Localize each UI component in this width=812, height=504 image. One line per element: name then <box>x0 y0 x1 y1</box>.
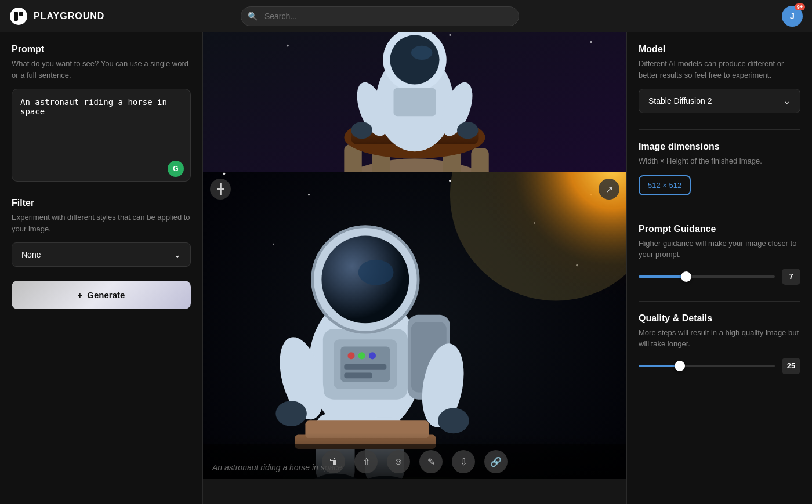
divider-2 <box>639 212 800 212</box>
svg-point-10 <box>590 41 592 43</box>
center-content: ╋ ↗ An astronaut riding a horse in space… <box>203 32 626 504</box>
svg-point-26 <box>457 122 478 139</box>
filter-description: Experiment with different styles that ca… <box>12 212 191 234</box>
svg-rect-51 <box>344 364 386 370</box>
quality-title: Quality & Details <box>639 313 800 324</box>
expand-icon: ↗ <box>606 184 613 195</box>
download-button[interactable]: ⇩ <box>452 450 475 473</box>
quality-description: More steps will result in a high quality… <box>639 327 800 350</box>
svg-point-6 <box>287 45 289 47</box>
emoji-button[interactable]: ☺ <box>387 450 410 473</box>
guidance-slider-wrap <box>639 271 775 282</box>
svg-point-0 <box>10 8 27 25</box>
left-panel: Prompt What do you want to see? You can … <box>0 32 203 504</box>
filter-selected-value: None <box>21 250 41 259</box>
expand-button[interactable]: ↗ <box>599 179 619 200</box>
upload-button[interactable]: ⇧ <box>354 450 378 473</box>
main-image: ╋ ↗ An astronaut riding a horse in space… <box>203 172 626 479</box>
quality-slider-thumb[interactable] <box>675 361 685 371</box>
svg-point-48 <box>347 352 354 359</box>
quality-value: 25 <box>782 358 800 374</box>
model-title: Model <box>639 44 800 55</box>
guidance-section: Prompt Guidance Higher guidance will mak… <box>639 224 800 285</box>
main-layout: Prompt What do you want to see? You can … <box>0 32 812 504</box>
svg-point-62 <box>438 408 469 433</box>
dimensions-description: Width × Height of the finished image. <box>639 155 800 167</box>
svg-point-20 <box>390 35 439 84</box>
svg-rect-22 <box>394 88 436 117</box>
prompt-box: An astronaut riding a horse in space G <box>12 89 191 184</box>
image-toolbar: 🗑 ⇧ ☺ ✎ ⇩ 🔗 <box>203 444 626 479</box>
generate-label: Generate <box>87 290 125 300</box>
guidance-slider-fill <box>639 275 686 278</box>
svg-point-61 <box>276 401 307 426</box>
svg-point-50 <box>369 352 376 359</box>
filter-section: Filter Experiment with different styles … <box>12 198 191 267</box>
model-selected-value: Stable Diffusion 2 <box>648 96 712 106</box>
model-description: Different AI models can produce differen… <box>639 58 800 81</box>
logo-icon <box>9 7 28 26</box>
logo-area: PLAYGROUND <box>9 7 104 26</box>
guidance-title: Prompt Guidance <box>639 224 800 234</box>
guidance-slider-track <box>639 275 775 278</box>
prompt-title: Prompt <box>12 44 191 55</box>
notification-badge: 9+ <box>795 3 805 10</box>
quality-section: Quality & Details More steps will result… <box>639 313 800 374</box>
right-panel: Model Different AI models can produce di… <box>626 32 812 504</box>
trash-icon: 🗑 <box>329 456 338 467</box>
prompt-description: What do you want to see? You can use a s… <box>12 58 191 81</box>
generate-button[interactable]: + Generate <box>12 281 191 309</box>
svg-point-25 <box>351 122 373 139</box>
edit-button[interactable]: ✎ <box>419 450 443 473</box>
dimension-options: 512 × 512 <box>639 175 800 195</box>
guidance-value: 7 <box>782 269 800 285</box>
svg-rect-15 <box>471 148 488 172</box>
svg-rect-1 <box>14 12 18 21</box>
divider-3 <box>639 301 800 302</box>
pencil-icon: ✎ <box>427 456 435 467</box>
svg-point-49 <box>358 352 365 359</box>
logo-text: PLAYGROUND <box>34 11 104 21</box>
search-icon: 🔍 <box>248 12 258 21</box>
svg-point-8 <box>449 34 451 36</box>
quality-slider-wrap <box>639 360 775 372</box>
grammar-icon[interactable]: G <box>168 161 184 177</box>
top-image <box>203 32 626 172</box>
emoji-icon: ☺ <box>394 456 403 467</box>
generate-plus-icon: + <box>78 290 83 300</box>
search-input[interactable] <box>241 6 519 26</box>
top-image-art <box>203 32 626 172</box>
model-section: Model Different AI models can produce di… <box>639 44 800 113</box>
add-button[interactable]: ╋ <box>210 179 231 200</box>
filter-chevron-icon: ⌄ <box>174 250 181 259</box>
add-icon: ╋ <box>217 183 224 195</box>
svg-rect-52 <box>344 373 372 379</box>
guidance-slider-thumb[interactable] <box>681 271 691 282</box>
dim-512-button[interactable]: 512 × 512 <box>639 175 691 195</box>
svg-point-55 <box>358 260 394 285</box>
svg-point-30 <box>308 194 310 195</box>
image-stack: ╋ ↗ An astronaut riding a horse in space… <box>203 32 626 479</box>
quality-slider-track <box>639 365 775 367</box>
header: PLAYGROUND 🔍 J 9+ <box>0 0 812 32</box>
filter-select[interactable]: None ⌄ <box>12 242 191 267</box>
guidance-description: Higher guidance will make your image clo… <box>639 238 800 260</box>
svg-point-36 <box>273 244 274 245</box>
model-select[interactable]: Stable Diffusion 2 ⌄ <box>639 89 800 113</box>
search-bar: 🔍 <box>241 6 519 26</box>
svg-rect-2 <box>19 12 23 16</box>
divider-1 <box>639 129 800 130</box>
guidance-slider-row: 7 <box>639 269 800 285</box>
avatar-button[interactable]: J 9+ <box>782 6 803 27</box>
quality-slider-fill <box>639 365 680 367</box>
download-icon: ⇩ <box>460 456 467 467</box>
link-button[interactable]: 🔗 <box>484 450 507 473</box>
upload-icon: ⇧ <box>362 456 370 467</box>
prompt-textarea[interactable]: An astronaut riding a horse in space <box>12 89 191 182</box>
model-chevron-icon: ⌄ <box>784 96 791 106</box>
dimensions-section: Image dimensions Width × Height of the f… <box>639 142 800 195</box>
svg-point-21 <box>411 46 433 60</box>
svg-point-28 <box>223 173 226 175</box>
dimensions-title: Image dimensions <box>639 142 800 152</box>
delete-button[interactable]: 🗑 <box>322 450 345 473</box>
